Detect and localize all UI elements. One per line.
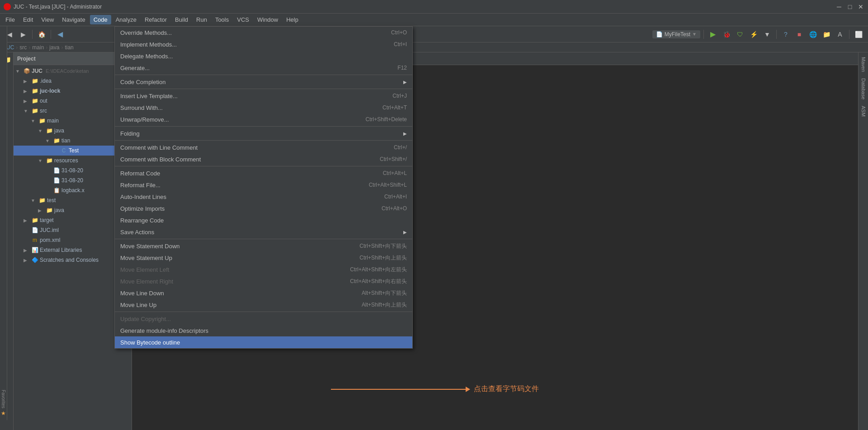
- tree-item-juc[interactable]: ▼ 📦 JUC E:\IDEACode\ketan: [14, 66, 132, 76]
- tree-item-tian[interactable]: ▼ 📁 tian: [14, 136, 132, 146]
- menu-label-show-bytecode: Show Bytecode outline: [120, 339, 407, 346]
- menu-reformat-file[interactable]: Reformat File... Ctrl+Alt+Shift+L: [115, 179, 412, 191]
- menu-label-code-completion: Code Completion: [120, 79, 400, 85]
- coverage-button[interactable]: 🛡: [734, 28, 746, 40]
- tree-item-idea[interactable]: ▶ 📁 .idea: [14, 76, 132, 86]
- remote-button[interactable]: 📁: [821, 28, 832, 40]
- breadcrumb-tian[interactable]: tian: [65, 44, 73, 51]
- menu-unwrap-remove[interactable]: Unwrap/Remove... Ctrl+Shift+Delete: [115, 113, 412, 125]
- menu-file[interactable]: File: [2, 15, 19, 24]
- menu-shortcut-auto-indent: Ctrl+Alt+I: [384, 194, 407, 200]
- menu-shortcut-unwrap: Ctrl+Shift+Delete: [366, 116, 407, 123]
- tree-item-java[interactable]: ▼ 📁 java: [14, 126, 132, 136]
- menu-reformat-code[interactable]: Reformat Code Ctrl+Alt+L: [115, 167, 412, 179]
- breadcrumb-java[interactable]: java: [49, 44, 59, 51]
- run-config-dropdown-icon: ▼: [692, 32, 697, 37]
- menu-save-actions[interactable]: Save Actions ▶: [115, 226, 412, 238]
- minimize-button[interactable]: ─: [835, 3, 843, 10]
- menu-generate-module-info[interactable]: Generate module-info Descriptors: [115, 325, 412, 336]
- tree-label-out: out: [40, 98, 47, 104]
- menu-code[interactable]: Code: [90, 15, 111, 24]
- breadcrumb-main[interactable]: main: [32, 44, 44, 51]
- tree-item-test-dir[interactable]: ▼ 📁 test: [14, 195, 132, 205]
- tree-item-resources[interactable]: ▼ 📁 resources: [14, 156, 132, 165]
- tree-item-out[interactable]: ▶ 📁 out: [14, 96, 132, 106]
- home-button[interactable]: 🏠: [36, 28, 47, 40]
- more-run-button[interactable]: ▼: [761, 28, 773, 40]
- menu-navigate[interactable]: Navigate: [58, 15, 89, 24]
- tree-item-scratches[interactable]: ▶ 🔷 Scratches and Consoles: [14, 255, 132, 265]
- menu-sep-3: [115, 126, 412, 127]
- menu-edit[interactable]: Edit: [19, 15, 37, 24]
- menu-shortcut-optimize-imports: Ctrl+Alt+O: [382, 205, 407, 212]
- menu-show-bytecode[interactable]: Show Bytecode outline: [115, 336, 412, 348]
- menu-move-line-up[interactable]: Move Line Up Alt+Shift+向上箭头: [115, 299, 412, 311]
- tree-label-target: target: [40, 217, 54, 223]
- maven-tab[interactable]: Maven: [860, 54, 867, 75]
- tree-item-31-2[interactable]: 📄 31-08-20: [14, 175, 132, 185]
- favorites-star-icon[interactable]: ★: [1, 410, 6, 416]
- tree-item-juc-lock[interactable]: ▶ 📁 juc-lock: [14, 86, 132, 96]
- breadcrumb-sep-1: ›: [16, 44, 18, 51]
- menu-generate[interactable]: Generate... F12: [115, 62, 412, 74]
- menu-override-methods[interactable]: Override Methods... Ctrl+O: [115, 27, 412, 38]
- tree-item-pom[interactable]: m pom.xml: [14, 235, 132, 245]
- favorites-label[interactable]: Favorites: [1, 390, 6, 408]
- forward-button[interactable]: ▶: [17, 28, 29, 40]
- translate-button[interactable]: A: [834, 28, 846, 40]
- help-button[interactable]: ?: [780, 28, 792, 40]
- menu-build[interactable]: Build: [171, 15, 192, 24]
- menu-optimize-imports[interactable]: Optimize Imports Ctrl+Alt+O: [115, 203, 412, 214]
- menu-label-implement: Implement Methods...: [120, 41, 394, 48]
- menu-view[interactable]: View: [38, 15, 57, 24]
- browser-button[interactable]: 🌐: [807, 28, 819, 40]
- menu-auto-indent[interactable]: Auto-Indent Lines Ctrl+Alt+I: [115, 191, 412, 203]
- menu-folding[interactable]: Folding ▶: [115, 128, 412, 139]
- menu-implement-methods[interactable]: Implement Methods... Ctrl+I: [115, 38, 412, 50]
- menu-move-statement-up[interactable]: Move Statement Up Ctrl+Shift+向上箭头: [115, 252, 412, 264]
- menu-help[interactable]: Help: [283, 15, 302, 24]
- menu-label-optimize-imports: Optimize Imports: [120, 205, 382, 212]
- tree-item-src[interactable]: ▼ 📁 src: [14, 106, 132, 116]
- menu-insert-live-template[interactable]: Insert Live Template... Ctrl+J: [115, 90, 412, 102]
- tree-item-target[interactable]: ▶ 📁 target: [14, 215, 132, 225]
- tree-item-31-1[interactable]: 📄 31-08-20: [14, 165, 132, 175]
- arrow-annotation: 点击查看字节码文件: [331, 384, 539, 394]
- debug-button[interactable]: 🐞: [721, 28, 732, 40]
- title-bar: JUC - Test.java [JUC] - Administrator ─ …: [0, 0, 868, 14]
- tree-item-java2[interactable]: ▶ 📁 java: [14, 205, 132, 215]
- menu-vcs[interactable]: VCS: [233, 15, 253, 24]
- menu-move-statement-down[interactable]: Move Statement Down Ctrl+Shift+向下箭头: [115, 240, 412, 252]
- close-button[interactable]: ✕: [857, 3, 864, 10]
- menu-delegate-methods[interactable]: Delegate Methods...: [115, 50, 412, 62]
- maximize-button[interactable]: □: [846, 3, 854, 10]
- frame-button[interactable]: ⬜: [853, 28, 864, 40]
- menu-move-line-down[interactable]: Move Line Down Alt+Shift+向下箭头: [115, 287, 412, 299]
- menu-window[interactable]: Window: [254, 15, 282, 24]
- menu-analyze[interactable]: Analyze: [112, 15, 140, 24]
- folder-icon-target: 📁: [31, 217, 38, 224]
- run-button[interactable]: ▶: [707, 28, 719, 40]
- navigate-back[interactable]: ◀: [54, 28, 66, 40]
- menu-surround-with[interactable]: Surround With... Ctrl+Alt+T: [115, 102, 412, 113]
- menu-refactor[interactable]: Refactor: [141, 15, 170, 24]
- app-icon: [4, 3, 11, 10]
- tree-item-logback[interactable]: 📋 logback.x: [14, 185, 132, 195]
- menu-rearrange-code[interactable]: Rearrange Code: [115, 214, 412, 226]
- breadcrumb-src[interactable]: src: [19, 44, 27, 51]
- tree-item-main[interactable]: ▼ 📁 main: [14, 116, 132, 126]
- menu-run[interactable]: Run: [193, 15, 211, 24]
- tree-item-juc-iml[interactable]: 📄 JUC.iml: [14, 225, 132, 235]
- menu-comment-line[interactable]: Comment with Line Comment Ctrl+/: [115, 142, 412, 153]
- menu-comment-block[interactable]: Comment with Block Comment Ctrl+Shift+/: [115, 153, 412, 165]
- menu-code-completion[interactable]: Code Completion ▶: [115, 76, 412, 88]
- dropdown-overlay: Override Methods... Ctrl+O Implement Met…: [114, 26, 413, 349]
- database-tab[interactable]: Database: [860, 76, 867, 102]
- asm-tab[interactable]: ASM: [860, 103, 867, 119]
- profile-button[interactable]: ⚡: [748, 28, 760, 40]
- stop-button[interactable]: ■: [793, 28, 805, 40]
- run-config-dropdown[interactable]: 📄 MyFileTest ▼: [652, 30, 700, 38]
- tree-item-test[interactable]: C Test: [14, 146, 132, 156]
- tree-item-ext-libs[interactable]: ▶ 📊 External Libraries: [14, 245, 132, 255]
- menu-tools[interactable]: Tools: [212, 15, 232, 24]
